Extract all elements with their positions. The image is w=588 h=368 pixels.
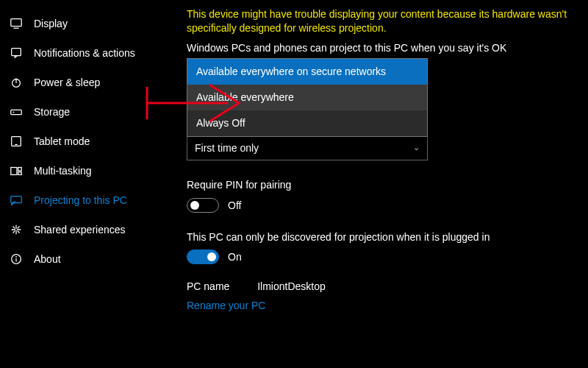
content-pane: This device might have trouble displayin… [184,0,588,368]
svg-rect-10 [18,168,22,171]
require-pin-toggle[interactable] [187,198,219,213]
sidebar-item-power-sleep[interactable]: Power & sleep [0,68,184,97]
sidebar-item-label: About [34,253,61,265]
settings-sidebar: Display Notifications & actions Power & … [0,0,184,368]
sidebar-item-about[interactable]: About [0,244,184,274]
sidebar-item-label: Notifications & actions [34,47,135,59]
sidebar-item-label: Power & sleep [34,77,100,88]
multitasking-icon [9,163,24,178]
sidebar-item-notifications[interactable]: Notifications & actions [0,38,184,68]
pc-name-value: IlmiontDesktop [257,280,326,292]
rename-pc-link[interactable]: Rename your PC [187,300,265,311]
sidebar-item-label: Shared experiences [34,224,126,236]
sidebar-item-multitasking[interactable]: Multi-tasking [0,156,184,185]
discover-plugged-toggle[interactable] [187,250,219,264]
pc-name-label: PC name [187,280,229,292]
sidebar-item-storage[interactable]: Storage [0,97,184,127]
svg-point-6 [13,112,15,113]
ask-dropdown-value: First time only [195,142,259,154]
display-icon [9,16,24,31]
sidebar-item-tablet-mode[interactable]: Tablet mode [0,127,184,156]
ask-to-project-dropdown[interactable]: First time only ⌄ [187,135,428,160]
power-icon [9,75,24,90]
sidebar-item-label: Storage [34,106,70,118]
svg-rect-9 [11,168,17,175]
shared-icon [9,222,24,237]
svg-rect-12 [11,197,21,203]
svg-rect-0 [11,19,21,26]
tablet-icon [9,134,24,149]
projecting-icon [9,193,24,208]
svg-point-15 [15,256,17,258]
pc-name-row: PC name IlmiontDesktop [187,280,585,292]
discover-plugged-label: This PC can only be discovered for proje… [187,230,585,244]
svg-rect-5 [11,110,21,114]
storage-icon [9,105,24,119]
sidebar-item-label: Display [34,18,68,29]
about-icon [9,252,24,266]
project-permission-dropdown-open[interactable]: Available everywhere on secure networks … [187,58,428,137]
hardware-warning: This device might have trouble displayin… [187,7,585,35]
sidebar-item-projecting[interactable]: Projecting to this PC [0,185,184,215]
svg-rect-11 [18,172,22,175]
sidebar-item-shared-experiences[interactable]: Shared experiences [0,215,184,244]
notifications-icon [9,46,24,60]
svg-rect-2 [12,49,21,56]
project-permission-label: Windows PCs and phones can project to th… [187,41,585,55]
sidebar-item-display[interactable]: Display [0,9,184,38]
sidebar-item-label: Projecting to this PC [34,194,127,206]
discover-plugged-state: On [228,251,242,263]
require-pin-state: Off [228,199,241,211]
dropdown-option-off[interactable]: Always Off [187,110,427,136]
sidebar-item-label: Tablet mode [34,135,90,147]
chevron-down-icon: ⌄ [413,143,420,152]
sidebar-item-label: Multi-tasking [34,165,92,177]
dropdown-option-secure[interactable]: Available everywhere on secure networks [187,59,427,85]
dropdown-option-everywhere[interactable]: Available everywhere [187,85,427,110]
require-pin-label: Require PIN for pairing [187,178,585,192]
